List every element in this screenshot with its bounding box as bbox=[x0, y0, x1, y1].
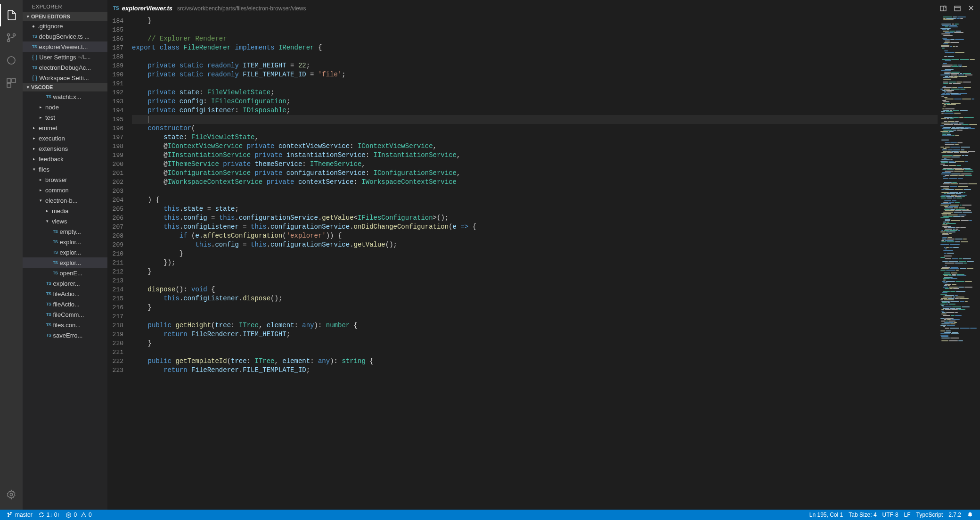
activity-extensions[interactable] bbox=[0, 72, 23, 94]
tree-item-label: files bbox=[39, 166, 49, 173]
chevron-down-icon: ▾ bbox=[24, 85, 31, 90]
folder-item[interactable]: ▾files bbox=[23, 164, 107, 174]
status-ts-version[interactable]: 2.7.2 bbox=[946, 512, 964, 518]
section-workspace[interactable]: ▾ VSCODE bbox=[23, 83, 107, 91]
json-icon: { } bbox=[32, 54, 37, 60]
folder-item[interactable]: ▸execution bbox=[23, 133, 107, 143]
activity-explorer[interactable] bbox=[0, 4, 23, 26]
chevron-icon: ▸ bbox=[33, 157, 39, 161]
file-item[interactable]: TSwatchEx... bbox=[23, 91, 107, 102]
tree-item-label: explor... bbox=[60, 249, 82, 256]
svg-rect-9 bbox=[955, 6, 960, 11]
status-eol[interactable]: LF bbox=[901, 512, 914, 518]
file-item[interactable]: TSexplorer... bbox=[23, 278, 107, 289]
tree-item-label: node bbox=[45, 104, 59, 111]
status-line-col[interactable]: Ln 195, Col 1 bbox=[807, 512, 846, 518]
status-bar: master 1↓ 0↑ 0 0 Ln 195, Col 1 Tab Size:… bbox=[0, 510, 980, 520]
svg-point-3 bbox=[8, 57, 15, 64]
error-icon bbox=[65, 512, 72, 518]
activity-debug[interactable] bbox=[0, 49, 23, 72]
ts-icon: TS bbox=[46, 302, 51, 306]
ts-icon: TS bbox=[53, 260, 58, 265]
tree-item-label: watchEx... bbox=[53, 93, 82, 100]
folder-item[interactable]: ▸test bbox=[23, 112, 107, 123]
chevron-icon: ▸ bbox=[33, 125, 39, 130]
file-item[interactable]: TSfileComm... bbox=[23, 309, 107, 320]
open-editor-item[interactable]: TSdebugService.ts ... bbox=[23, 31, 107, 41]
file-item[interactable]: TSexplor... bbox=[23, 237, 107, 247]
ts-icon: TS bbox=[46, 281, 51, 286]
tree-item-label: fileActio... bbox=[53, 290, 80, 297]
status-tab-size[interactable]: Tab Size: 4 bbox=[846, 512, 879, 518]
file-item[interactable]: TSfileActio... bbox=[23, 299, 107, 309]
file-item[interactable]: TSsaveErro... bbox=[23, 330, 107, 340]
folder-item[interactable]: ▾views bbox=[23, 216, 107, 226]
tab-path: src/vs/workbench/parts/files/electron-br… bbox=[177, 5, 306, 12]
folder-item[interactable]: ▸feedback bbox=[23, 154, 107, 164]
open-editor-item[interactable]: TSelectronDebugAc... bbox=[23, 62, 107, 73]
status-feedback[interactable] bbox=[964, 512, 976, 518]
file-item[interactable]: TSexplor... bbox=[23, 257, 107, 268]
open-editor-item[interactable]: TSexplorerViewer.t... bbox=[23, 41, 107, 52]
ts-icon: TS bbox=[46, 291, 51, 296]
status-sync[interactable]: 1↓ 0↑ bbox=[35, 510, 63, 520]
minimap[interactable] bbox=[938, 17, 980, 510]
editor-item-label: Workspace Setti... bbox=[39, 74, 89, 82]
tree-item-label: explor... bbox=[60, 259, 82, 266]
file-item[interactable]: TSfileActio... bbox=[23, 289, 107, 299]
activity-scm[interactable] bbox=[0, 26, 23, 49]
file-tree: TSwatchEx...▸node▸test▸emmet▸execution▸e… bbox=[23, 91, 107, 510]
editor-tab-bar: TS explorerViewer.ts src/vs/workbench/pa… bbox=[107, 0, 980, 17]
tree-item-label: extensions bbox=[39, 145, 68, 152]
open-editor-item[interactable]: { }Workspace Setti... bbox=[23, 73, 107, 83]
modified-icon: ● bbox=[32, 24, 35, 29]
close-icon[interactable] bbox=[968, 5, 974, 12]
file-item[interactable]: TSfiles.con... bbox=[23, 320, 107, 330]
status-branch[interactable]: master bbox=[4, 510, 35, 520]
activity-settings[interactable] bbox=[0, 483, 23, 506]
tree-item-label: files.con... bbox=[53, 322, 81, 329]
file-item[interactable]: TSopenE... bbox=[23, 268, 107, 278]
chevron-icon: ▸ bbox=[33, 136, 39, 140]
editor-item-label: debugService.ts ... bbox=[39, 33, 90, 40]
status-errors[interactable]: 0 0 bbox=[63, 510, 94, 520]
layout-icon[interactable] bbox=[954, 5, 961, 12]
svg-point-1 bbox=[8, 40, 10, 42]
file-item[interactable]: TSexplor... bbox=[23, 247, 107, 257]
folder-item[interactable]: ▸extensions bbox=[23, 143, 107, 154]
tree-item-label: empty... bbox=[60, 228, 81, 235]
ts-icon: TS bbox=[53, 239, 58, 244]
tree-item-label: media bbox=[52, 207, 68, 215]
bug-icon bbox=[6, 55, 17, 66]
folder-item[interactable]: ▸browser bbox=[23, 174, 107, 185]
folder-item[interactable]: ▾electron-b... bbox=[23, 195, 107, 206]
ts-icon: TS bbox=[46, 333, 51, 338]
editor-item-label: electronDebugAc... bbox=[39, 64, 91, 71]
open-editor-item[interactable]: { }User Settings~/L... bbox=[23, 52, 107, 62]
open-editor-item[interactable]: ●.gitignore bbox=[23, 21, 107, 31]
editor-item-label: User Settings bbox=[39, 54, 76, 61]
branch-icon bbox=[6, 32, 17, 43]
folder-item[interactable]: ▸emmet bbox=[23, 123, 107, 133]
file-item[interactable]: TSempty... bbox=[23, 226, 107, 237]
folder-item[interactable]: ▸common bbox=[23, 185, 107, 195]
svg-point-0 bbox=[8, 34, 10, 36]
folder-item[interactable]: ▸node bbox=[23, 102, 107, 112]
status-encoding[interactable]: UTF-8 bbox=[880, 512, 901, 518]
ts-icon: TS bbox=[46, 322, 51, 327]
folder-item[interactable]: ▸media bbox=[23, 206, 107, 216]
chevron-icon: ▾ bbox=[40, 198, 45, 203]
svg-rect-5 bbox=[12, 79, 16, 83]
status-language[interactable]: TypeScript bbox=[914, 512, 946, 518]
tab-title[interactable]: explorerViewer.ts bbox=[122, 5, 172, 12]
section-open-editors[interactable]: ▾ OPEN EDITORS bbox=[23, 12, 107, 21]
bell-icon bbox=[967, 512, 973, 518]
tree-item-label: electron-b... bbox=[45, 197, 78, 204]
explorer-sidebar: EXPLORER ▾ OPEN EDITORS ●.gitignoreTSdeb… bbox=[23, 0, 107, 510]
code-content[interactable]: } // Explorer Rendererexport class FileR… bbox=[132, 17, 938, 510]
chevron-icon: ▾ bbox=[46, 219, 52, 223]
ts-icon: TS bbox=[32, 65, 37, 70]
activity-bar bbox=[0, 0, 23, 510]
tree-item-label: explor... bbox=[60, 239, 82, 246]
split-editor-icon[interactable] bbox=[939, 5, 947, 12]
